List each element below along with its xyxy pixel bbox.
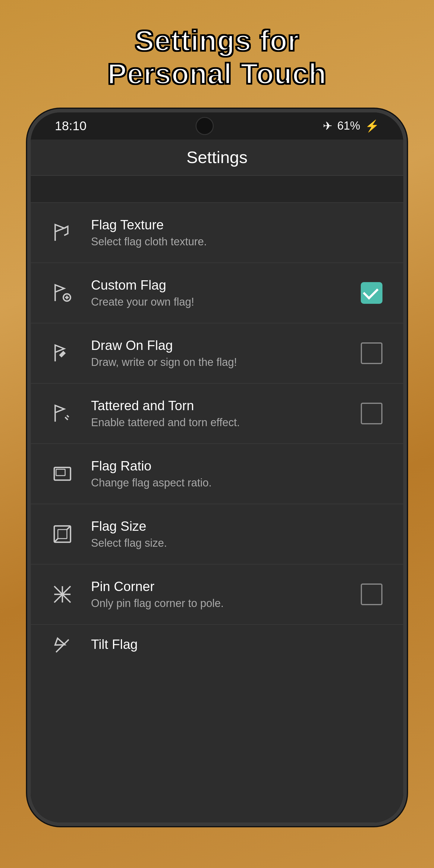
checkbox-unchecked-tattered[interactable]	[361, 403, 382, 424]
custom-flag-title: Custom Flag	[91, 278, 358, 293]
flag-texture-text: Flag Texture Select flag cloth texture.	[91, 217, 385, 248]
phone-screen: 18:10 ✈ 61% ⚡ Settings	[31, 113, 403, 823]
checkbox-unchecked-draw-flag[interactable]	[361, 342, 382, 364]
settings-item-flag-size[interactable]: Flag Size Select flag size.	[31, 504, 403, 564]
bolt-icon: ⚡	[365, 119, 379, 133]
settings-item-pin-corner[interactable]: Pin Corner Only pin flag corner to pole.	[31, 564, 403, 625]
pin-corner-subtitle: Only pin flag corner to pole.	[91, 597, 358, 610]
tilt-flag-text: Tilt Flag	[91, 637, 385, 655]
size-icon	[49, 521, 76, 548]
settings-item-tattered[interactable]: Tattered and Torn Enable tattered and to…	[31, 384, 403, 444]
battery-text: 61%	[337, 119, 360, 132]
airplane-icon: ✈	[323, 119, 333, 133]
side-button-right-2	[404, 353, 407, 414]
side-button-right	[404, 293, 407, 330]
pin-icon	[49, 581, 76, 608]
svg-line-4	[65, 417, 68, 420]
page-title: Settings for Personal Touch	[71, 0, 363, 109]
draw-flag-text: Draw On Flag Draw, write or sign on the …	[91, 338, 358, 369]
phone-wrapper: 18:10 ✈ 61% ⚡ Settings	[24, 109, 410, 868]
flag-texture-title: Flag Texture	[91, 217, 385, 232]
draw-flag-icon	[49, 340, 76, 367]
tattered-title: Tattered and Torn	[91, 398, 358, 413]
flag-texture-icon	[49, 219, 76, 246]
settings-item-flag-ratio[interactable]: Flag Ratio Change flag aspect ratio.	[31, 444, 403, 504]
settings-item-draw-flag[interactable]: Draw On Flag Draw, write or sign on the …	[31, 323, 403, 384]
app-topbar-title: Settings	[187, 147, 247, 167]
pin-corner-title: Pin Corner	[91, 579, 358, 594]
draw-flag-control[interactable]	[358, 340, 385, 367]
flag-texture-subtitle: Select flag cloth texture.	[91, 236, 385, 248]
app-topbar: Settings	[31, 140, 403, 176]
tattered-text: Tattered and Torn Enable tattered and to…	[91, 398, 358, 429]
ratio-icon	[49, 460, 76, 487]
camera-notch	[195, 117, 214, 135]
tattered-subtitle: Enable tattered and torn effect.	[91, 416, 358, 429]
flag-ratio-title: Flag Ratio	[91, 458, 385, 473]
flag-ratio-subtitle: Change flag aspect ratio.	[91, 476, 385, 489]
svg-rect-6	[56, 469, 65, 475]
draw-flag-subtitle: Draw, write or sign on the flag!	[91, 356, 358, 369]
phone-frame: 18:10 ✈ 61% ⚡ Settings	[27, 109, 407, 826]
section-divider	[31, 176, 403, 203]
checkbox-checked-custom-flag[interactable]	[361, 282, 382, 304]
custom-flag-text: Custom Flag Create your own flag!	[91, 278, 358, 308]
flag-size-title: Flag Size	[91, 519, 385, 534]
draw-flag-title: Draw On Flag	[91, 338, 358, 353]
tilt-icon	[49, 632, 76, 659]
status-right: ✈ 61% ⚡	[323, 119, 379, 133]
settings-item-tilt-flag[interactable]: Tilt Flag	[31, 625, 403, 667]
settings-item-flag-texture[interactable]: Flag Texture Select flag cloth texture.	[31, 203, 403, 263]
svg-rect-8	[58, 530, 67, 538]
pin-corner-control[interactable]	[358, 581, 385, 608]
tilt-flag-title: Tilt Flag	[91, 637, 385, 652]
flag-size-text: Flag Size Select flag size.	[91, 519, 385, 550]
svg-line-3	[67, 415, 69, 417]
pin-corner-text: Pin Corner Only pin flag corner to pole.	[91, 579, 358, 610]
flag-size-subtitle: Select flag size.	[91, 537, 385, 550]
custom-flag-icon	[49, 279, 76, 307]
status-bar: 18:10 ✈ 61% ⚡	[31, 113, 403, 140]
checkbox-unchecked-pin[interactable]	[361, 584, 382, 605]
tattered-flag-icon	[49, 400, 76, 427]
custom-flag-subtitle: Create your own flag!	[91, 296, 358, 308]
flag-ratio-text: Flag Ratio Change flag aspect ratio.	[91, 458, 385, 489]
settings-item-custom-flag[interactable]: Custom Flag Create your own flag!	[31, 263, 403, 323]
tattered-control[interactable]	[358, 400, 385, 427]
custom-flag-control[interactable]	[358, 279, 385, 307]
settings-list: Flag Texture Select flag cloth texture.	[31, 203, 403, 823]
status-time: 18:10	[55, 119, 87, 133]
